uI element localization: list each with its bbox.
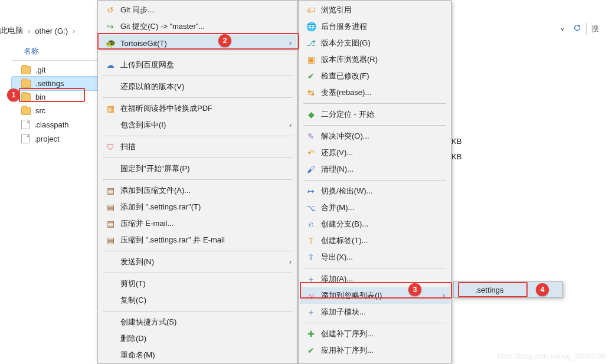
menu-item-rar-email[interactable]: ▤ 压缩并 E-mail... [99,215,296,232]
column-header-name[interactable]: 名称 [12,42,100,60]
menu-label: 创建快捷方式(S) [117,317,280,327]
shield-icon: 🛡 [104,142,117,152]
brush-icon: 🖌 [305,165,318,174]
chevron-right-icon: › [289,39,292,47]
menu-item-add-ignore[interactable]: ⦸ 添加到忽略列表(I) › [300,287,450,304]
menu-label: 剪切(T) [117,278,280,289]
callout-badge-2: 2 [218,34,231,47]
context-menu: ↺ Git 同步... ↪ Git 提交(C) -> "master"... 🐢… [97,0,298,364]
folder-icon [21,66,31,74]
list-item[interactable]: bin [12,90,100,104]
menu-item-merge[interactable]: ⌥ 合并(M)... [300,199,450,216]
menu-item-upload-baidu[interactable]: ☁ 上传到百度网盘 [99,57,296,73]
menu-separator [103,158,293,158]
menu-label: 重命名(M) [117,350,280,360]
branch-icon: ⎌ [305,219,318,229]
menu-item-rar-add[interactable]: ▤ 添加到压缩文件(A)... [99,182,296,199]
menu-separator [103,136,293,136]
chevron-right-icon: › [443,291,445,300]
chevron-right-icon: › [70,27,77,35]
menu-item-rebase[interactable]: ↹ 变基(rebase)... [300,84,450,101]
menu-item-rar-named[interactable]: ▤ 添加到 ".settings.rar"(T) [99,199,296,215]
menu-item-tortoisegit[interactable]: 🐢 TortoiseGit(T) › [99,35,296,51]
folder-icon [21,80,31,88]
menu-item-copy[interactable]: 复制(C) [99,292,296,309]
menu-item-create-shortcut[interactable]: 创建快捷方式(S) [99,314,296,330]
menu-item-revert[interactable]: ↶ 还原(V)... [300,145,450,161]
file-name: .git [35,65,45,74]
menu-label: 扫描 [117,142,280,152]
menu-item-pin-start[interactable]: 固定到"开始"屏幕(P) [99,160,296,177]
archive-icon: ▤ [104,202,117,212]
menu-item-include-library[interactable]: 包含到库中(I) › [99,117,296,133]
file-list: 名称 .git .settings bin src .classpath .pr… [12,42,100,146]
size-cell: KB [451,152,462,161]
menu-item-submodule[interactable]: ＋ 添加子模块... [300,304,450,320]
menu-label: Git 同步... [117,5,280,15]
list-item[interactable]: .git [12,63,100,77]
plus-icon: ＋ [305,274,318,284]
menu-item-export[interactable]: ⇪ 导出(X)... [300,249,450,265]
menu-item-resolve[interactable]: ✎ 解决冲突(O)... [300,128,450,145]
menu-item-foxit-pdf[interactable]: ▦ 在福昕阅读器中转换成PDF [99,100,296,117]
menu-item-add[interactable]: ＋ 添加(A)... [300,271,450,287]
list-item[interactable]: .project [12,132,100,146]
menu-item-rar-named-email[interactable]: ▤ 压缩到 ".settings.rar" 并 E-mail [99,232,296,248]
menu-item-apply-patch[interactable]: ✔ 应用补丁序列... [300,342,450,359]
resolve-icon: ✎ [305,132,318,141]
menu-label: 切换/检出(W)... [318,186,433,196]
refresh-icon[interactable] [573,24,581,34]
menu-item-delete[interactable]: 删除(D) [99,330,296,347]
menu-item-cut[interactable]: 剪切(T) [99,276,296,292]
menu-item-rename[interactable]: 重命名(M) [99,347,296,363]
menu-label: 创建分支(B)... [318,219,433,229]
menu-item-tag[interactable]: T 创建标签(T)... [300,232,450,249]
panel-divider [12,60,100,61]
search-input[interactable]: 搜 [591,24,599,34]
menu-item-check-mods[interactable]: ✔ 检查已修改(F) [300,68,450,84]
menu-label: 后台服务进程 [318,21,433,32]
menu-label: 还原(V)... [318,147,433,158]
list-item-settings[interactable]: .settings [12,77,100,90]
menu-item-bisect[interactable]: ◆ 二分定位 - 开始 [300,106,450,123]
menu-item-scan[interactable]: 🛡 扫描 [99,139,296,155]
list-item[interactable]: .classpath [12,117,100,132]
menu-item-revision-graph[interactable]: ⎇ 版本分支图(G) [300,35,450,51]
cloud-icon: ☁ [104,60,117,70]
submodule-icon: ＋ [305,307,318,317]
menu-item-branch[interactable]: ⎌ 创建分支(B)... [300,216,450,232]
menu-item-browse-ref[interactable]: 🏷 浏览引用 [300,2,450,18]
menu-label: 添加到 ".settings.rar"(T) [117,202,280,212]
menu-item-cleanup[interactable]: 🖌 清理(N)... [300,161,450,178]
menu-item-git-commit[interactable]: ↪ Git 提交(C) -> "master"... [99,18,296,35]
menu-label: 清理(N)... [318,164,433,175]
menu-label: 合并(M)... [318,202,433,213]
rebase-icon: ↹ [305,88,318,97]
menu-item-git-sync[interactable]: ↺ Git 同步... [99,2,296,18]
menu-item-create-patch[interactable]: ✚ 创建补丁序列... [300,326,450,342]
folder-icon [21,93,31,101]
menu-label: 创建标签(T)... [318,235,433,246]
breadcrumb-item-thispc[interactable]: 此电脑 [0,25,23,36]
menu-separator [303,125,446,126]
callout-badge-4: 4 [536,283,549,296]
menu-item-daemon[interactable]: 🌐 后台服务进程 [300,18,450,35]
file-name: .classpath [34,120,69,129]
menu-label: 还原以前的版本(V) [117,81,280,92]
menu-label: 发送到(N) [117,257,280,267]
menu-item-switch-checkout[interactable]: ↦ 切换/检出(W)... [300,183,450,199]
tortoisegit-submenu: 🏷 浏览引用 🌐 后台服务进程 ⎇ 版本分支图(G) ▣ 版本库浏览器(R) ✔… [298,0,451,364]
menu-separator [103,311,293,311]
folder-icon [21,107,31,115]
menu-item-send-to[interactable]: 发送到(N) › [99,254,296,270]
menu-separator [303,180,446,181]
menu-label: Git 提交(C) -> "master"... [117,21,280,32]
menu-item-repo-browser[interactable]: ▣ 版本库浏览器(R) [300,51,450,68]
menu-label: 创建补丁序列... [318,329,433,339]
list-item[interactable]: src [12,104,100,117]
archive-icon: ▤ [104,219,117,228]
breadcrumb-item-drive[interactable]: other (G:) [35,27,68,35]
chevron-down-icon[interactable]: ⅴ [557,22,568,35]
file-name: .settings [35,79,64,88]
menu-item-restore-versions[interactable]: 还原以前的版本(V) [99,78,296,95]
